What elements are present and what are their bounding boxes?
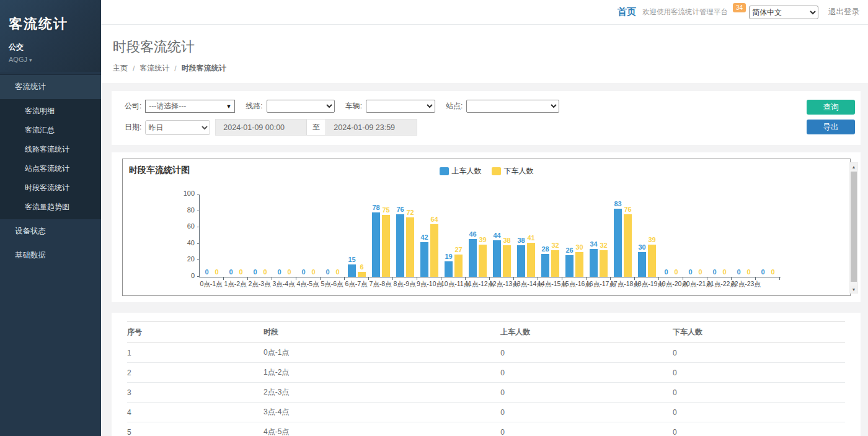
sidebar-item-line-stats[interactable]: 线路客流统计 [0,140,101,159]
sidebar-item-device-status[interactable]: 设备状态 [0,219,101,243]
table-cell: 5 [127,422,264,436]
station-select[interactable] [466,100,559,113]
breadcrumb-home[interactable]: 主页 [113,63,128,74]
bar-column: 39 [648,237,656,277]
sidebar-item-base-data[interactable]: 基础数据 [0,243,101,268]
bar-column: 0 [237,269,245,277]
sidebar-item-trend-chart[interactable]: 客流量趋势图 [0,198,101,217]
date-preset-select[interactable]: 昨日 [145,120,210,135]
bar-value-label: 78 [372,204,379,211]
bar-group: 00 [756,195,780,277]
bar-column: 0 [261,269,269,277]
bar [527,243,535,277]
bar-column: 28 [541,246,549,277]
search-button[interactable]: 查询 [807,100,855,115]
scroll-down-icon[interactable]: ▼ [850,286,857,293]
vehicle-select[interactable] [366,100,435,113]
bar-column: 30 [575,244,583,277]
account-name: AQGJ [9,56,27,63]
table-row: 54点-5点00 [127,422,845,436]
bar [565,255,574,277]
bar-value-label: 0 [688,269,692,276]
bar-group: 2630 [562,195,587,277]
bar-group: 3432 [587,195,611,277]
bar-group: 00 [200,195,224,277]
bar-group: 8376 [611,195,635,277]
language-select[interactable]: 简体中文 [749,6,818,19]
sidebar-item-passenger-summary[interactable]: 客流汇总 [0,121,101,140]
bar [406,217,414,277]
company-select-value: ---请选择--- [149,101,186,111]
bar-column: 0 [735,269,743,277]
bar [541,254,549,277]
table-cell: 2点-3点 [264,383,500,403]
logout-link[interactable]: 退出登录 [828,7,859,17]
bar [624,214,632,277]
scrollbar-thumb[interactable] [851,172,857,282]
col-header-boarding: 上车人数 [500,322,673,343]
table-cell: 0 [673,422,845,436]
col-header-index: 序号 [127,322,264,343]
scroll-up-icon[interactable]: ▲ [850,163,857,170]
bar-group: 4639 [466,195,490,277]
sidebar-item-passenger-detail[interactable]: 客流明细 [0,102,101,121]
bar-value-label: 83 [614,201,621,207]
bar [479,245,487,277]
bar-value-label: 26 [565,247,573,254]
chart-box: 时段车流统计图 上车人数下车人数 02040608010000000000000… [122,159,851,296]
bar [493,240,501,277]
x-axis-label: 22点-23点 [731,280,755,289]
breadcrumb-section[interactable]: 客流统计 [140,63,169,74]
x-axis-label: 0点-1点 [199,280,223,289]
export-button[interactable]: 导出 [807,120,855,134]
sidebar-item-passenger-stats[interactable]: 客流统计 [0,74,101,99]
scrollbar-track[interactable] [850,170,857,286]
legend-item[interactable]: 下车人数 [492,166,534,177]
bar-column: 0 [334,269,342,277]
x-axis-label: 19点-20点 [658,280,683,289]
table-cell: 0 [500,403,673,422]
bar-value-label: 27 [454,246,462,253]
bar-column: 26 [565,247,574,277]
legend-swatch [492,167,501,175]
col-header-period: 时段 [264,322,500,343]
bar-value-label: 0 [335,269,339,276]
bar-value-label: 0 [761,269,764,276]
bar-value-label: 76 [396,206,404,213]
x-axis-label: 8点-9点 [392,280,417,289]
bar-value-label: 64 [430,216,438,223]
x-axis-label: 10点-11点 [441,280,465,289]
x-axis-label: 9点-10点 [417,280,441,289]
station-label: 站点: [446,101,463,111]
date-to-input[interactable]: 2024-01-09 23:59 [326,120,417,135]
chart-scrollbar[interactable]: ▲ ▼ [849,162,858,294]
bar-column: 38 [503,237,511,277]
legend-item[interactable]: 上车人数 [440,166,482,177]
x-axis-label: 5点-6点 [320,280,344,289]
bar-column: 0 [227,269,235,277]
bar [358,272,366,277]
y-axis-tick: 20 [187,256,195,263]
home-link[interactable]: 首页 [618,6,636,18]
x-axis-label: 4点-5点 [296,280,320,289]
sidebar-item-period-stats[interactable]: 时段客流统计 [0,178,101,198]
welcome-text: 欢迎使用客流统计管理平台 [642,7,728,17]
bar-value-label: 42 [420,234,428,241]
table-panel: 序号 时段 上车人数 下车人数 10点-1点0021点-2点0032点-3点00… [112,313,861,436]
bar [445,261,453,277]
bar-column: 0 [696,269,704,277]
bar-column: 0 [711,269,719,277]
account-dropdown[interactable]: AQGJ▾ [9,56,101,63]
bar-group: 00 [248,195,272,277]
table-header-row: 序号 时段 上车人数 下车人数 [127,322,845,343]
bar-value-label: 0 [301,269,305,276]
x-axis-label: 11点-12点 [465,280,489,289]
x-axis-label [755,280,779,289]
table-cell: 1 [127,343,264,363]
company-select[interactable]: ---请选择--- ▼ [145,100,235,113]
bar-column: 0 [324,269,332,277]
sidebar-item-station-stats[interactable]: 站点客流统计 [0,159,101,178]
date-from-input[interactable]: 2024-01-09 00:00 [216,120,306,135]
line-select[interactable] [267,100,335,113]
bar-group: 7672 [393,195,417,277]
